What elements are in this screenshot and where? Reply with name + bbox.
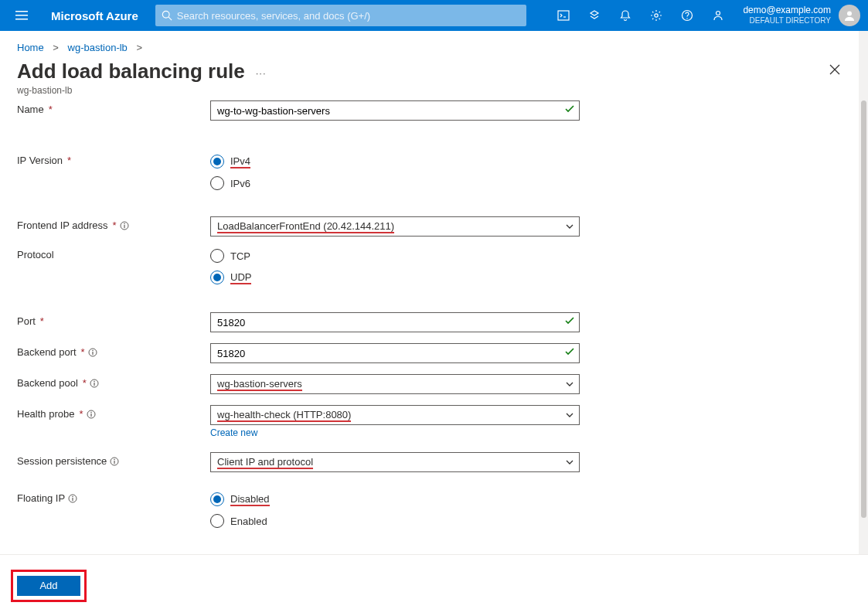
label-ipversion: IP Version xyxy=(17,155,63,166)
topbar-icons xyxy=(548,0,734,31)
checkmark-icon xyxy=(564,104,575,117)
help-icon[interactable] xyxy=(672,0,703,31)
svg-point-11 xyxy=(847,12,852,16)
svg-point-27 xyxy=(114,458,116,460)
frontend-ip-select[interactable]: LoadBalancerFrontEnd (20.42.144.211) xyxy=(210,216,580,237)
radio-label: Disabled xyxy=(230,493,270,506)
name-input[interactable] xyxy=(210,100,580,121)
avatar[interactable] xyxy=(839,5,860,26)
form-scroll[interactable]: Name* IP Version* IPv4 IPv6 Frontend IP … xyxy=(0,100,868,554)
create-new-link[interactable]: Create new xyxy=(210,427,257,438)
required-mark: * xyxy=(49,104,53,115)
port-input[interactable] xyxy=(210,312,580,332)
brand-label[interactable]: Microsoft Azure xyxy=(37,9,155,22)
svg-rect-25 xyxy=(90,414,91,417)
backend-port-input[interactable] xyxy=(210,343,580,363)
label-sessionpersist: Session persistence xyxy=(17,455,107,467)
radio-udp[interactable]: UDP xyxy=(210,267,580,288)
svg-point-9 xyxy=(687,18,688,19)
breadcrumb: Home > wg-bastion-lb > xyxy=(0,31,868,60)
page-title: Add load balancing rule xyxy=(17,60,245,83)
label-frontendip: Frontend IP address xyxy=(17,220,108,231)
directories-icon[interactable] xyxy=(579,0,610,31)
account-directory: DEFAULT DIRECTORY xyxy=(743,15,831,26)
required-mark: * xyxy=(40,315,44,327)
radio-floating-enabled[interactable]: Enabled xyxy=(210,511,580,531)
svg-point-18 xyxy=(92,349,94,351)
required-mark: * xyxy=(113,220,117,231)
chevron-down-icon xyxy=(565,222,574,233)
label-protocol: Protocol xyxy=(17,249,54,260)
add-button[interactable]: Add xyxy=(17,576,80,596)
health-probe-select[interactable]: wg-health-check (HTTP:8080) xyxy=(210,405,580,425)
label-backendport: Backend port xyxy=(17,346,77,358)
chevron-down-icon xyxy=(565,410,574,422)
menu-icon[interactable] xyxy=(6,0,37,31)
svg-point-7 xyxy=(655,14,658,17)
svg-point-30 xyxy=(72,495,73,497)
account-block[interactable]: demo@example.com DEFAULT DIRECTORY xyxy=(734,5,836,26)
chevron-down-icon xyxy=(565,458,574,469)
radio-label: IPv4 xyxy=(230,155,250,168)
required-mark: * xyxy=(83,377,87,389)
info-icon[interactable] xyxy=(90,379,99,388)
account-email: demo@example.com xyxy=(743,5,831,15)
info-icon[interactable] xyxy=(120,221,129,230)
feedback-icon[interactable] xyxy=(703,0,734,31)
session-persistence-select[interactable]: Client IP and protocol xyxy=(210,452,580,472)
label-name: Name xyxy=(17,104,44,115)
chevron-down-icon xyxy=(565,379,574,391)
svg-point-15 xyxy=(124,223,125,224)
select-value: LoadBalancerFrontEnd (20.42.144.211) xyxy=(217,220,394,233)
breadcrumb-item[interactable]: wg-bastion-lb xyxy=(68,42,128,53)
breadcrumb-sep: > xyxy=(53,42,59,53)
svg-point-10 xyxy=(717,12,720,15)
required-mark: * xyxy=(79,408,83,420)
cloud-shell-icon[interactable] xyxy=(548,0,579,31)
radio-ipv4[interactable]: IPv4 xyxy=(210,151,580,172)
search-box[interactable] xyxy=(155,5,526,26)
checkmark-icon xyxy=(564,346,575,359)
radio-label: Enabled xyxy=(230,516,267,527)
svg-rect-28 xyxy=(114,461,115,464)
footer: Add xyxy=(0,554,868,616)
label-backendpool: Backend pool xyxy=(17,377,78,389)
radio-tcp[interactable]: TCP xyxy=(210,246,580,266)
title-bar: Add load balancing rule ··· xyxy=(0,60,868,83)
label-port: Port xyxy=(17,315,36,327)
select-value: Client IP and protocol xyxy=(217,456,313,469)
radio-label: UDP xyxy=(230,271,251,284)
required-mark: * xyxy=(67,155,71,166)
svg-rect-0 xyxy=(15,11,28,12)
svg-point-3 xyxy=(162,11,169,18)
svg-line-4 xyxy=(168,17,172,20)
svg-rect-16 xyxy=(124,225,124,228)
svg-rect-2 xyxy=(15,19,28,20)
settings-icon[interactable] xyxy=(641,0,672,31)
breadcrumb-sep: > xyxy=(136,42,142,53)
info-icon[interactable] xyxy=(88,348,97,357)
svg-rect-19 xyxy=(92,352,93,355)
info-icon[interactable] xyxy=(87,410,96,419)
radio-floating-disabled[interactable]: Disabled xyxy=(210,489,580,509)
info-icon[interactable] xyxy=(110,457,119,466)
close-icon[interactable] xyxy=(829,64,840,77)
checkmark-icon xyxy=(564,315,575,328)
radio-ipv6[interactable]: IPv6 xyxy=(210,173,580,193)
svg-rect-31 xyxy=(73,498,73,501)
search-input[interactable] xyxy=(177,10,520,22)
info-icon[interactable] xyxy=(68,494,77,503)
svg-point-24 xyxy=(90,411,92,413)
backend-pool-select[interactable]: wg-bastion-servers xyxy=(210,374,580,394)
breadcrumb-home[interactable]: Home xyxy=(17,42,44,53)
radio-label: IPv6 xyxy=(230,178,250,189)
label-floatingip: Floating IP xyxy=(17,492,65,504)
more-icon[interactable]: ··· xyxy=(256,67,267,79)
radio-label: TCP xyxy=(230,250,250,262)
notifications-icon[interactable] xyxy=(610,0,641,31)
top-bar: Microsoft Azure demo@example.com DEFAULT… xyxy=(0,0,868,31)
required-mark: * xyxy=(81,346,85,358)
select-value: wg-bastion-servers xyxy=(217,378,302,391)
select-value: wg-health-check (HTTP:8080) xyxy=(217,409,351,422)
svg-rect-22 xyxy=(94,383,94,386)
